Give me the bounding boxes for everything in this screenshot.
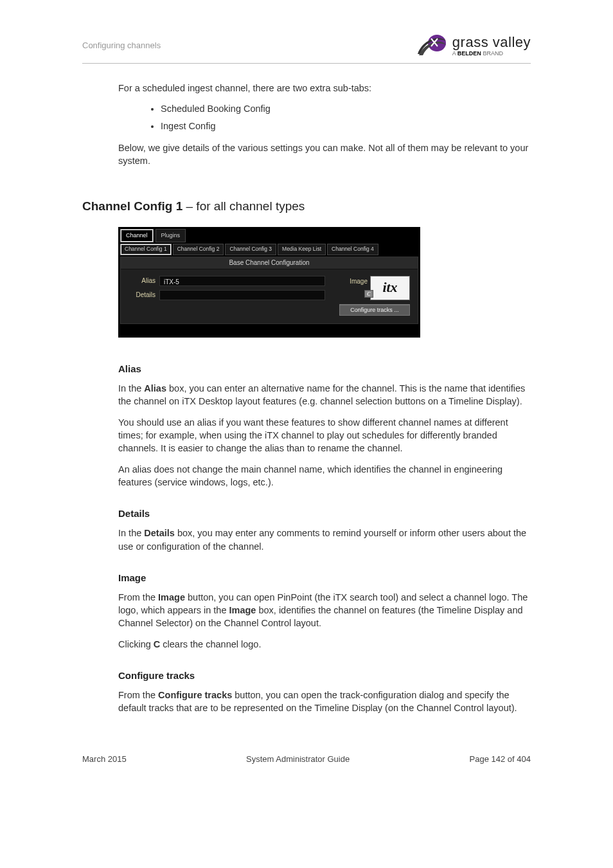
alias-para-2: You should use an alias if you want thes… (118, 416, 531, 455)
logo-tagline: A BELDEN BRAND (452, 51, 531, 57)
alias-para-1: In the Alias box, you can enter an alter… (118, 382, 531, 408)
configure-tracks-heading: Configure tracks (118, 669, 531, 682)
subtab-channel-config-3[interactable]: Channel Config 3 (225, 244, 276, 255)
configure-tracks-button[interactable]: Configure tracks ... (339, 304, 410, 316)
logo-brand-text: grass valley (452, 35, 531, 50)
channel-logo-preview: itx (382, 278, 397, 298)
embedded-ui-screenshot: Channel Plugins Channel Config 1 Channel… (118, 227, 420, 338)
grass-valley-logo-icon (416, 32, 447, 59)
section-heading: Channel Config 1 – for all channel types (82, 198, 531, 215)
intro-bullets: Scheduled Booking Config Ingest Config (161, 102, 531, 132)
subtab-media-keep-list[interactable]: Media Keep List (278, 244, 326, 255)
clear-image-button[interactable]: C (364, 290, 373, 298)
brand-logo: grass valley A BELDEN BRAND (416, 32, 531, 59)
details-input[interactable] (159, 290, 325, 300)
subtab-channel-config-4[interactable]: Channel Config 4 (327, 244, 378, 255)
breadcrumb: Configuring channels (82, 32, 161, 51)
panel-title: Base Channel Configuration (121, 257, 418, 269)
alias-para-3: An alias does not change the main channe… (118, 463, 531, 489)
top-tab-row: Channel Plugins (120, 229, 418, 242)
footer-title: System Administrator Guide (246, 754, 350, 765)
subtab-channel-config-2[interactable]: Channel Config 2 (173, 244, 224, 255)
alias-label: Alias (129, 276, 159, 285)
intro-line-1: For a scheduled ingest channel, there ar… (118, 82, 531, 95)
page-header: Configuring channels grass valley A BELD… (82, 32, 531, 64)
tab-plugins[interactable]: Plugins (155, 229, 186, 242)
image-button[interactable]: itx C (370, 276, 410, 300)
details-label: Details (129, 291, 159, 300)
tab-channel[interactable]: Channel (120, 229, 154, 242)
alias-heading: Alias (118, 362, 531, 375)
image-label: Image (350, 276, 368, 286)
page-footer: March 2015 System Administrator Guide Pa… (82, 754, 531, 765)
footer-date: March 2015 (82, 754, 127, 765)
alias-input[interactable]: iTX-5 (159, 276, 325, 286)
subtab-channel-config-1[interactable]: Channel Config 1 (120, 244, 172, 255)
image-heading: Image (118, 571, 531, 584)
image-para-2: Clicking C clears the channel logo. (118, 638, 531, 651)
configure-tracks-para-1: From the Configure tracks button, you ca… (118, 689, 531, 715)
sub-tab-row: Channel Config 1 Channel Config 2 Channe… (120, 244, 418, 255)
details-para-1: In the Details box, you may enter any co… (118, 527, 531, 553)
list-item: Scheduled Booking Config (161, 102, 531, 115)
list-item: Ingest Config (161, 120, 531, 132)
intro-line-2: Below, we give details of the various se… (118, 141, 531, 168)
details-heading: Details (118, 507, 531, 520)
panel-footer-strip (120, 324, 418, 336)
image-para-1: From the Image button, you can open PinP… (118, 591, 531, 630)
footer-page: Page 142 of 404 (470, 754, 531, 765)
base-channel-config-panel: Base Channel Configuration Alias iTX-5 D… (120, 257, 418, 325)
